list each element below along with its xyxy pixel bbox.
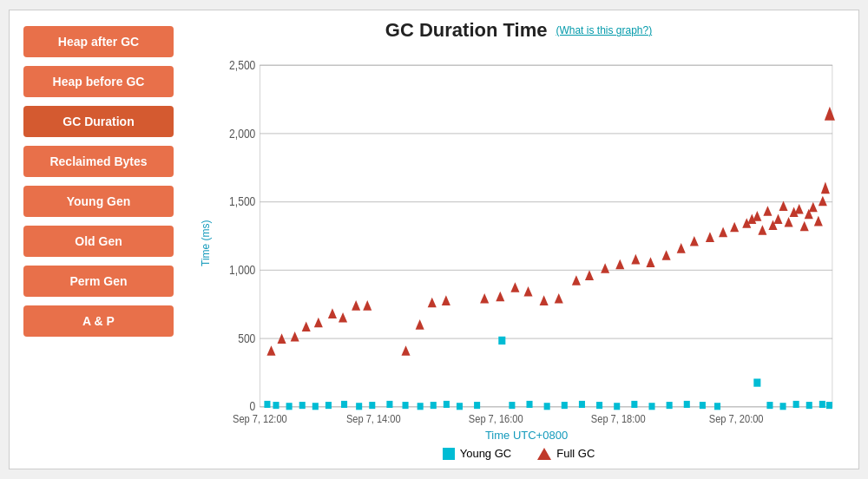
svg-rect-49 (766, 402, 773, 409)
svg-marker-82 (690, 236, 699, 246)
svg-text:1,500: 1,500 (229, 194, 255, 208)
svg-rect-41 (614, 403, 620, 410)
svg-rect-42 (631, 401, 637, 408)
svg-rect-17 (260, 65, 832, 407)
young-gc-icon (443, 448, 455, 460)
svg-rect-26 (369, 402, 375, 409)
svg-marker-75 (585, 270, 594, 280)
full-gc-icon (537, 448, 551, 460)
svg-rect-53 (819, 401, 825, 408)
svg-marker-64 (402, 345, 411, 356)
svg-rect-25 (356, 403, 362, 410)
svg-text:Sep 7, 12:00: Sep 7, 12:00 (233, 413, 287, 426)
svg-marker-81 (677, 243, 686, 253)
svg-rect-18 (264, 401, 270, 408)
svg-rect-52 (806, 402, 812, 409)
sidebar-btn-heap-after-gc[interactable]: Heap after GC (23, 26, 174, 57)
sidebar-btn-gc-duration[interactable]: GC Duration (23, 106, 174, 137)
svg-rect-37 (544, 403, 550, 410)
svg-marker-67 (442, 295, 450, 305)
svg-rect-39 (579, 401, 585, 408)
y-axis-label: Time (ms) (196, 45, 212, 442)
legend-young-gc-label: Young GC (460, 447, 512, 460)
svg-rect-40 (596, 402, 602, 409)
svg-rect-45 (684, 401, 690, 408)
svg-rect-46 (700, 402, 706, 409)
svg-rect-36 (527, 401, 533, 408)
svg-marker-78 (631, 254, 640, 265)
svg-rect-27 (386, 401, 392, 408)
chart-inner: 2,500 2,000 1,500 1,000 500 0 Sep 7, 12:… (212, 45, 841, 442)
svg-marker-88 (753, 211, 761, 221)
svg-text:Sep 7, 16:00: Sep 7, 16:00 (469, 413, 523, 426)
svg-marker-73 (555, 293, 563, 304)
svg-marker-69 (496, 292, 504, 302)
chart-svg: 2,500 2,000 1,500 1,000 500 0 Sep 7, 12:… (212, 45, 841, 427)
svg-marker-90 (763, 206, 772, 216)
chart-help-link[interactable]: (What is this graph?) (556, 24, 652, 36)
svg-marker-68 (480, 293, 489, 304)
svg-text:2,500: 2,500 (229, 58, 255, 72)
svg-marker-55 (266, 345, 275, 356)
chart-title: GC Duration Time (385, 19, 548, 42)
svg-rect-24 (341, 401, 347, 408)
sidebar-btn-perm-gen[interactable]: Perm Gen (23, 266, 174, 297)
svg-rect-43 (648, 403, 654, 410)
svg-rect-33 (474, 402, 480, 409)
svg-marker-80 (662, 250, 671, 260)
svg-text:Sep 7, 20:00: Sep 7, 20:00 (709, 413, 764, 426)
svg-marker-89 (758, 225, 766, 235)
svg-marker-66 (428, 298, 437, 308)
svg-rect-44 (667, 402, 673, 409)
svg-rect-22 (312, 403, 319, 410)
sidebar-btn-a-and-p[interactable]: A & P (23, 305, 174, 337)
legend-full-gc-label: Full GC (556, 447, 595, 460)
svg-marker-83 (706, 232, 714, 242)
sidebar: Heap after GCHeap before GCGC DurationRe… (10, 10, 187, 469)
svg-marker-103 (821, 181, 830, 194)
svg-rect-38 (562, 402, 568, 409)
main-container: Heap after GCHeap before GCGC DurationRe… (9, 10, 859, 469)
svg-marker-63 (363, 300, 372, 311)
svg-rect-30 (431, 402, 437, 409)
svg-rect-29 (418, 403, 424, 410)
sidebar-btn-young-gen[interactable]: Young Gen (23, 186, 174, 217)
svg-marker-100 (814, 216, 823, 226)
svg-rect-50 (780, 403, 786, 410)
svg-rect-32 (457, 403, 463, 410)
svg-marker-79 (646, 257, 654, 267)
chart-area: GC Duration Time (What is this graph?) T… (187, 10, 858, 469)
svg-rect-21 (299, 402, 306, 409)
svg-rect-19 (273, 402, 279, 409)
chart-svg-area: 2,500 2,000 1,500 1,000 500 0 Sep 7, 12:… (212, 45, 841, 427)
sidebar-btn-old-gen[interactable]: Old Gen (23, 226, 174, 257)
svg-rect-20 (286, 403, 293, 410)
svg-rect-48 (753, 378, 760, 386)
legend-full-gc: Full GC (537, 447, 595, 460)
svg-marker-58 (302, 321, 311, 331)
svg-marker-60 (328, 308, 337, 318)
chart-wrapper: Time (ms) 2,500 2,000 1,500 (196, 45, 841, 442)
svg-rect-23 (326, 402, 332, 409)
svg-marker-65 (416, 319, 424, 330)
svg-marker-94 (785, 217, 793, 227)
svg-rect-34 (498, 337, 505, 344)
svg-text:Sep 7, 14:00: Sep 7, 14:00 (346, 413, 401, 426)
svg-marker-97 (800, 221, 809, 232)
svg-text:1,000: 1,000 (229, 263, 255, 277)
sidebar-btn-reclaimed-bytes[interactable]: Reclaimed Bytes (23, 146, 174, 177)
sidebar-btn-heap-before-gc[interactable]: Heap before GC (23, 66, 174, 97)
svg-marker-57 (291, 331, 299, 342)
svg-rect-31 (444, 401, 450, 408)
svg-text:Sep 7, 18:00: Sep 7, 18:00 (591, 413, 646, 426)
svg-marker-74 (572, 275, 581, 285)
svg-marker-84 (719, 227, 727, 238)
svg-marker-77 (615, 259, 624, 270)
legend-young-gc: Young GC (443, 447, 512, 460)
svg-rect-35 (509, 402, 515, 409)
svg-marker-59 (314, 318, 323, 328)
svg-marker-85 (730, 222, 739, 233)
svg-marker-76 (601, 263, 609, 273)
chart-title-row: GC Duration Time (What is this graph?) (196, 19, 841, 42)
svg-marker-96 (795, 204, 804, 214)
